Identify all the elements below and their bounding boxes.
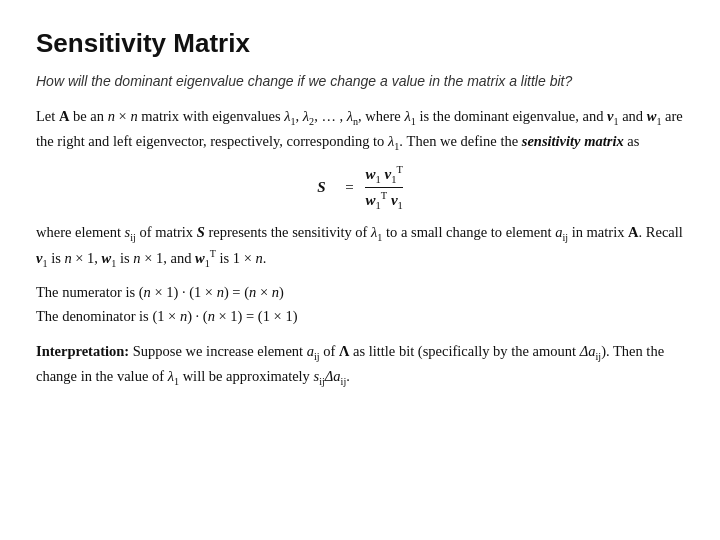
- formula-block: S = w1 v1T w1T v1: [36, 164, 684, 211]
- numerator-dim: The numerator is (n × 1) · (1 × n) = (n …: [36, 281, 684, 304]
- formula-equals: =: [345, 179, 353, 196]
- interpretation-label: Interpretation:: [36, 343, 129, 359]
- interpretation-block: Interpretation: Suppose we increase elem…: [36, 340, 684, 390]
- sensitivity-matrix-term: sensitivity matrix: [522, 133, 624, 149]
- formula-numerator: w1 v1T: [365, 164, 402, 188]
- page-container: Sensitivity Matrix How will the dominant…: [0, 0, 720, 418]
- formula-fraction: w1 v1T w1T v1: [365, 164, 402, 211]
- dimensions-block: The numerator is (n × 1) · (1 × n) = (n …: [36, 281, 684, 327]
- paragraph-2: where element sij of matrix S represents…: [36, 221, 684, 271]
- page-title: Sensitivity Matrix: [36, 28, 684, 59]
- dim-n: n × n: [108, 108, 138, 124]
- denominator-dim: The denominator is (1 × n) · (n × 1) = (…: [36, 305, 684, 328]
- paragraph-1: Let A be an n × n matrix with eigenvalue…: [36, 105, 684, 154]
- formula-S-label: S: [317, 179, 325, 196]
- matrix-A: A: [59, 108, 69, 124]
- subtitle-text: How will the dominant eigenvalue change …: [36, 73, 684, 89]
- formula-denominator: w1T v1: [365, 188, 402, 211]
